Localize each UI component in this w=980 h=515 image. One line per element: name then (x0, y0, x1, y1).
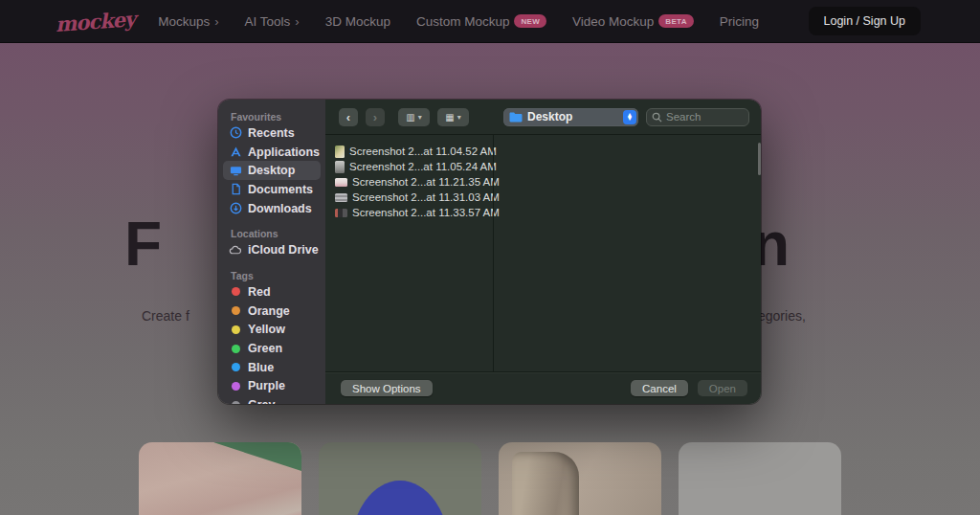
column-view-icon: ▥ (406, 112, 414, 123)
tag-label: Purple (248, 379, 285, 392)
file-name: Screenshot 2...at 11.04.52 AM (349, 146, 497, 157)
nav-video-mockup[interactable]: Video Mockup BETA (572, 14, 694, 29)
nav-mockups[interactable]: Mockups › (158, 14, 218, 29)
mockey-logo[interactable]: mockey (55, 7, 136, 36)
sidebar-item-label: Documents (248, 183, 313, 196)
grey-tag-icon (232, 401, 240, 404)
locations-section-title: Locations (218, 226, 325, 240)
group-by-button[interactable]: ▦ ▾ (437, 108, 469, 126)
screenshot-thumbnail-icon (335, 161, 345, 173)
green-tag-icon (232, 345, 240, 353)
file-browser: Screenshot 2...at 11.04.52 AM Screenshot… (325, 135, 761, 371)
sidebar-item-recents[interactable]: Recents (223, 123, 321, 143)
desktop-icon (229, 164, 242, 177)
screenshot-thumbnail-icon (335, 193, 347, 202)
cancel-button[interactable]: Cancel (631, 380, 688, 396)
nav-3d-mockup[interactable]: 3D Mockup (325, 14, 390, 29)
file-name: Screenshot 2...at 11.21.35 AM (352, 176, 500, 188)
nav-pricing[interactable]: Pricing (720, 14, 759, 29)
site-header: mockey Mockups › AI Tools › 3D Mockup Cu… (0, 0, 980, 43)
sidebar-item-label: Applications (248, 146, 320, 159)
tag-label: Yellow (248, 323, 285, 336)
applications-icon (229, 146, 242, 159)
nav-label: Mockups (158, 14, 210, 29)
file-row[interactable]: Screenshot 2...at 11.05.24 AM (335, 159, 493, 174)
nav-label: Video Mockup (572, 14, 654, 29)
back-button[interactable]: ‹ (339, 108, 358, 126)
sidebar-tag-blue[interactable]: Blue (223, 358, 321, 377)
new-badge: NEW (514, 14, 546, 28)
file-row[interactable]: Screenshot 2...at 11.31.03 AM (335, 190, 493, 205)
forward-button[interactable]: › (366, 108, 385, 126)
chevron-right-icon: › (295, 14, 299, 29)
sidebar-item-documents[interactable]: Documents (223, 180, 321, 199)
template-card-row (139, 442, 841, 515)
sidebar-item-downloads[interactable]: Downloads (223, 199, 321, 218)
mockup-template-card[interactable] (139, 442, 301, 515)
hero-subtext-fragment-left: Create f (142, 308, 189, 324)
search-field[interactable] (646, 108, 749, 126)
sidebar-tag-red[interactable]: Red (223, 282, 321, 302)
mockup-template-card[interactable] (679, 442, 841, 515)
mockup-template-card[interactable] (319, 442, 481, 515)
sidebar-tag-orange[interactable]: Orange (223, 302, 321, 321)
sidebar-item-icloud-drive[interactable]: iCloud Drive (223, 240, 321, 259)
search-input[interactable] (666, 111, 743, 123)
grid-icon: ▦ (445, 112, 454, 123)
column-view-button[interactable]: ▥ ▾ (398, 108, 430, 126)
tag-label: Grey (248, 398, 276, 404)
show-options-button[interactable]: Show Options (341, 380, 433, 396)
orange-tag-icon (232, 306, 240, 315)
sidebar-item-label: Downloads (248, 202, 312, 215)
hero-subtext-fragment-right: egories, (758, 308, 806, 324)
mockup-template-card[interactable] (499, 442, 661, 515)
sidebar-tag-green[interactable]: Green (223, 339, 321, 358)
file-name: Screenshot 2...at 11.33.57 AM (352, 207, 500, 218)
clock-icon (229, 126, 242, 140)
screenshot-thumbnail-icon (335, 209, 347, 217)
document-icon (229, 183, 242, 196)
nav-custom-mockup[interactable]: Custom Mockup NEW (416, 14, 546, 29)
sidebar-tag-purple[interactable]: Purple (223, 377, 321, 396)
tags-section-title: Tags (218, 268, 325, 282)
open-button[interactable]: Open (698, 380, 747, 396)
finder-content: ‹ › ▥ ▾ ▦ ▾ Desktop ▲▼ (325, 100, 761, 404)
folder-icon (509, 112, 523, 123)
login-signup-button[interactable]: Login / Sign Up (809, 7, 921, 35)
tag-label: Orange (248, 304, 290, 318)
beta-badge: BETA (658, 14, 693, 28)
favourites-section-title: Favourites (218, 109, 325, 123)
sidebar-item-label: Recents (248, 126, 295, 140)
tag-label: Red (248, 285, 271, 299)
purple-tag-icon (232, 382, 240, 391)
cloud-icon (229, 243, 242, 257)
scrollbar[interactable] (758, 143, 761, 175)
sidebar-item-label: iCloud Drive (248, 243, 319, 257)
sidebar-item-desktop[interactable]: Desktop (223, 161, 321, 180)
screenshot-thumbnail-icon (335, 146, 345, 158)
file-row[interactable]: Screenshot 2...at 11.33.57 AM (335, 205, 493, 220)
downloads-icon (229, 202, 242, 215)
finder-sidebar: Favourites Recents Applications Desktop … (218, 100, 325, 404)
main-nav: Mockups › AI Tools › 3D Mockup Custom Mo… (158, 14, 759, 29)
sidebar-item-applications[interactable]: Applications (223, 143, 321, 162)
current-folder-dropdown[interactable]: Desktop ▲▼ (503, 108, 638, 126)
file-row[interactable]: Screenshot 2...at 11.21.35 AM (335, 174, 493, 190)
current-folder-label: Desktop (527, 110, 623, 123)
file-name: Screenshot 2...at 11.05.24 AM (349, 161, 497, 172)
nav-label: AI Tools (245, 14, 291, 29)
nav-ai-tools[interactable]: AI Tools › (245, 14, 300, 29)
red-tag-icon (232, 287, 240, 296)
tag-label: Green (248, 342, 282, 355)
blue-tag-icon (232, 363, 240, 371)
sidebar-tag-grey[interactable]: Grey (223, 395, 321, 404)
nav-label: Custom Mockup (416, 14, 510, 29)
chevron-down-icon: ▾ (418, 113, 422, 122)
file-row[interactable]: Screenshot 2...at 11.04.52 AM (335, 144, 493, 159)
page-title-fragment-left: F (124, 209, 162, 280)
nav-label: Pricing (720, 14, 759, 29)
finder-toolbar: ‹ › ▥ ▾ ▦ ▾ Desktop ▲▼ (325, 100, 761, 135)
file-open-dialog: Favourites Recents Applications Desktop … (218, 100, 761, 404)
sidebar-tag-yellow[interactable]: Yellow (223, 321, 321, 340)
yellow-tag-icon (232, 325, 240, 334)
